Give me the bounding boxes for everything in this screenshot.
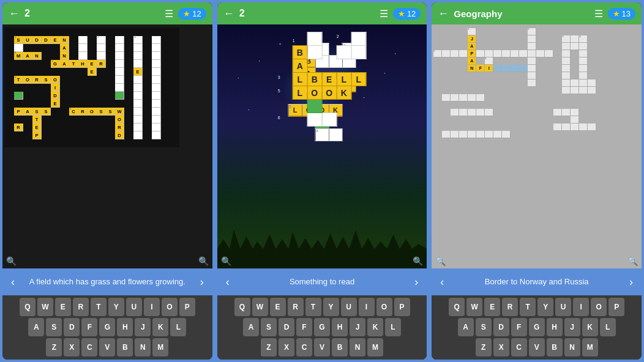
- zoom-in-icon-3[interactable]: 🔍: [627, 256, 638, 266]
- key-g-1[interactable]: G: [99, 318, 115, 336]
- key-i-3[interactable]: I: [573, 298, 589, 316]
- key-y-3[interactable]: Y: [537, 298, 553, 316]
- zoom-out-icon-2[interactable]: 🔍: [221, 256, 231, 266]
- key-o-2[interactable]: O: [376, 298, 392, 316]
- key-b-3[interactable]: B: [547, 338, 563, 356]
- key-y-1[interactable]: Y: [108, 298, 124, 316]
- key-o-1[interactable]: O: [162, 298, 178, 316]
- zoom-in-icon-1[interactable]: 🔍: [198, 256, 209, 266]
- key-g-2[interactable]: G: [314, 318, 330, 336]
- key-z-2[interactable]: Z: [261, 338, 277, 356]
- key-h-1[interactable]: H: [117, 318, 133, 336]
- next-clue-1[interactable]: ›: [198, 276, 206, 289]
- key-y-2[interactable]: Y: [323, 298, 339, 316]
- key-x-2[interactable]: X: [279, 338, 294, 356]
- key-m-2[interactable]: M: [367, 338, 383, 356]
- key-x-3[interactable]: X: [493, 338, 509, 356]
- key-j-3[interactable]: J: [564, 318, 580, 336]
- key-j-2[interactable]: J: [350, 318, 365, 336]
- key-l-1[interactable]: L: [170, 318, 186, 336]
- key-r-3[interactable]: R: [502, 298, 518, 316]
- key-m-1[interactable]: M: [152, 338, 168, 356]
- zoom-out-icon-3[interactable]: 🔍: [435, 256, 446, 266]
- key-a-2[interactable]: A: [243, 318, 259, 336]
- key-s-1[interactable]: S: [46, 318, 62, 336]
- menu-icon-2[interactable]: ☰: [380, 8, 388, 20]
- key-v-1[interactable]: V: [99, 338, 115, 356]
- menu-icon-3[interactable]: ☰: [594, 8, 603, 20]
- back-button-2[interactable]: ←: [223, 7, 234, 20]
- key-e-2[interactable]: E: [270, 298, 286, 316]
- prev-clue-3[interactable]: ‹: [438, 276, 446, 289]
- key-f-1[interactable]: F: [81, 318, 97, 336]
- crossword-grid-1: 1SUDDEN23 A 4MANN 5GATHER EE 6TORSO: [4, 28, 179, 147]
- zoom-out-icon-1[interactable]: 🔍: [6, 256, 17, 266]
- key-d-3[interactable]: D: [493, 318, 509, 336]
- key-z-3[interactable]: Z: [476, 338, 492, 356]
- key-b-1[interactable]: B: [117, 338, 133, 356]
- key-u-2[interactable]: U: [341, 298, 357, 316]
- key-u-3[interactable]: U: [555, 298, 571, 316]
- next-clue-3[interactable]: ›: [627, 276, 635, 289]
- key-d-1[interactable]: D: [64, 318, 80, 336]
- key-c-2[interactable]: C: [296, 338, 312, 356]
- key-z-1[interactable]: Z: [46, 338, 62, 356]
- key-c-1[interactable]: C: [81, 338, 97, 356]
- key-b-2[interactable]: B: [332, 338, 348, 356]
- key-s-3[interactable]: S: [476, 318, 492, 336]
- key-p-2[interactable]: P: [394, 298, 410, 316]
- key-k-2[interactable]: K: [367, 318, 383, 336]
- key-m-3[interactable]: M: [582, 338, 598, 356]
- key-g-3[interactable]: G: [529, 318, 545, 336]
- key-i-1[interactable]: I: [144, 298, 160, 316]
- key-n-3[interactable]: N: [564, 338, 580, 356]
- prev-clue-1[interactable]: ‹: [9, 276, 17, 289]
- key-t-1[interactable]: T: [91, 298, 107, 316]
- menu-icon-1[interactable]: ☰: [165, 8, 173, 20]
- key-d-2[interactable]: D: [279, 318, 294, 336]
- key-x-1[interactable]: X: [64, 338, 80, 356]
- key-r-2[interactable]: R: [288, 298, 304, 316]
- key-c-3[interactable]: C: [511, 338, 527, 356]
- clue-bar-2: ‹ Something to read ›: [217, 268, 427, 295]
- key-h-2[interactable]: H: [332, 318, 348, 336]
- key-t-3[interactable]: T: [520, 298, 536, 316]
- key-p-1[interactable]: P: [179, 298, 195, 316]
- key-w-3[interactable]: W: [466, 298, 482, 316]
- key-q-1[interactable]: Q: [20, 298, 36, 316]
- key-a-3[interactable]: A: [458, 318, 474, 336]
- key-l-2[interactable]: L: [385, 318, 401, 336]
- key-e-1[interactable]: E: [55, 298, 71, 316]
- key-k-1[interactable]: K: [152, 318, 168, 336]
- key-v-3[interactable]: V: [529, 338, 545, 356]
- key-t-2[interactable]: T: [305, 298, 321, 316]
- key-k-3[interactable]: K: [582, 318, 598, 336]
- key-r-1[interactable]: R: [73, 298, 89, 316]
- key-o-3[interactable]: O: [591, 298, 607, 316]
- key-v-2[interactable]: V: [314, 338, 330, 356]
- key-n-2[interactable]: N: [350, 338, 365, 356]
- prev-clue-2[interactable]: ‹: [223, 276, 232, 289]
- key-f-3[interactable]: F: [511, 318, 527, 336]
- back-button-3[interactable]: ←: [438, 7, 449, 20]
- back-button-1[interactable]: ←: [9, 7, 20, 20]
- key-l-3[interactable]: L: [600, 318, 616, 336]
- key-w-2[interactable]: W: [252, 298, 268, 316]
- key-n-1[interactable]: N: [135, 338, 151, 356]
- key-u-1[interactable]: U: [126, 298, 142, 316]
- next-clue-2[interactable]: ›: [412, 276, 421, 289]
- key-p-3[interactable]: P: [608, 298, 624, 316]
- clue-text-3: Border to Norway and Russia: [446, 277, 627, 287]
- key-q-2[interactable]: Q: [234, 298, 250, 316]
- key-s-2[interactable]: S: [261, 318, 277, 336]
- key-a-1[interactable]: A: [28, 318, 44, 336]
- key-i-2[interactable]: I: [359, 298, 375, 316]
- key-h-3[interactable]: H: [547, 318, 563, 336]
- geo-title-3: Geography: [454, 9, 502, 19]
- zoom-in-icon-2[interactable]: 🔍: [413, 256, 423, 266]
- key-q-3[interactable]: Q: [449, 298, 465, 316]
- key-w-1[interactable]: W: [37, 298, 53, 316]
- key-j-1[interactable]: J: [135, 318, 151, 336]
- key-f-2[interactable]: F: [296, 318, 312, 336]
- key-e-3[interactable]: E: [484, 298, 500, 316]
